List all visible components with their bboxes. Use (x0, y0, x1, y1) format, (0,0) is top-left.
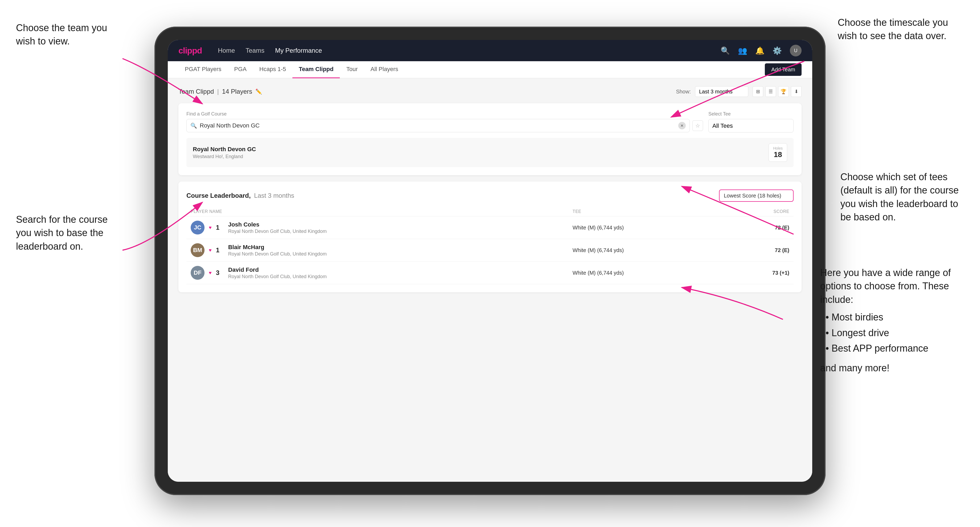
annotation-top-left: Choose the team you wish to view. (16, 21, 107, 48)
logo: clippd (178, 46, 202, 56)
annotation-middle-right: Choose which set of tees (default is all… (840, 170, 959, 224)
course-result-name: Royal North Devon GC (193, 146, 256, 153)
trophy-button[interactable]: 🏆 (778, 86, 789, 97)
edit-icon[interactable]: ✏️ (255, 88, 262, 95)
tee-josh: White (M) (6,744 yds) (568, 216, 726, 239)
search-input-icon: 🔍 (190, 122, 197, 129)
table-row: BM ♥ 1 Blair McHarg Royal North Devon Go… (186, 239, 794, 262)
player-info-david: David Ford Royal North Devon Golf Club, … (228, 267, 327, 279)
nav-link-home[interactable]: Home (218, 47, 235, 54)
select-tee-section: Select Tee All Tees White Yellow Red (708, 111, 794, 133)
subnav-hcaps[interactable]: Hcaps 1-5 (253, 61, 293, 78)
tee-david: White (M) (6,744 yds) (568, 262, 726, 284)
team-title: Team Clippd | 14 Players ✏️ (178, 88, 262, 95)
select-tee-label: Select Tee (708, 111, 794, 117)
subnav-tour[interactable]: Tour (340, 61, 364, 78)
nav-link-teams[interactable]: Teams (245, 47, 264, 54)
leaderboard-table: PLAYER NAME TEE SCORE JC ♥ 1 (186, 207, 794, 284)
favorite-button[interactable]: ☆ (692, 120, 703, 131)
grid-view-button[interactable]: ⊞ (752, 86, 763, 97)
team-header: Team Clippd | 14 Players ✏️ Show: Last m… (178, 86, 802, 97)
player-info-josh: Josh Coles Royal North Devon Golf Club, … (228, 221, 327, 234)
navbar: clippd Home Teams My Performance 🔍 👥 🔔 ⚙… (168, 40, 812, 61)
table-row: DF ♥ 3 David Ford Royal North Devon Golf… (186, 262, 794, 284)
subnav-pgat[interactable]: PGAT Players (178, 61, 228, 78)
annotation-bottom-left: Search for the course you wish to base t… (16, 213, 108, 253)
team-name: Team Clippd (178, 88, 214, 95)
course-search-wrap: 🔍 ✕ (186, 119, 690, 132)
course-result: Royal North Devon GC Westward Ho!, Engla… (186, 138, 794, 167)
avatar-df: DF (191, 266, 205, 280)
col-player: PLAYER NAME (186, 207, 568, 216)
leaderboard-header: Course Leaderboard, Last 3 months Lowest… (186, 189, 794, 202)
avatar[interactable]: U (790, 45, 802, 56)
rank-1b: 1 (216, 246, 224, 254)
clear-search-button[interactable]: ✕ (678, 122, 686, 129)
course-result-location: Westward Ho!, England (193, 154, 256, 159)
holes-label: Holes (773, 146, 783, 151)
avatar-bm: BM (191, 243, 205, 257)
nav-links: Home Teams My Performance (218, 47, 721, 54)
course-finder-card: Find a Golf Course 🔍 ✕ ☆ Select Tee (178, 103, 802, 175)
col-score: SCORE (726, 207, 794, 216)
leaderboard-title-wrap: Course Leaderboard, Last 3 months (186, 192, 294, 199)
score-josh: 72 (E) (726, 216, 794, 239)
view-icons: ⊞ ☰ 🏆 ⬇ (752, 86, 802, 97)
tee-select[interactable]: All Tees White Yellow Red (708, 119, 794, 133)
subnav-teamclippd[interactable]: Team Clippd (293, 61, 340, 78)
col-tee: TEE (568, 207, 726, 216)
nav-link-myperformance[interactable]: My Performance (275, 47, 322, 54)
settings-icon[interactable]: ⚙️ (773, 46, 782, 55)
tablet-frame: clippd Home Teams My Performance 🔍 👥 🔔 ⚙… (154, 27, 826, 495)
main-content: Team Clippd | 14 Players ✏️ Show: Last m… (168, 78, 812, 482)
score-type-select[interactable]: Lowest Score (18 holes) Most Birdies Lon… (719, 189, 794, 202)
find-course-label: Find a Golf Course (186, 111, 703, 117)
search-icon[interactable]: 🔍 (721, 46, 730, 55)
find-course-section: Find a Golf Course 🔍 ✕ ☆ (186, 111, 703, 133)
add-team-button[interactable]: Add Team (765, 63, 802, 76)
download-button[interactable]: ⬇ (791, 86, 802, 97)
course-result-info: Royal North Devon GC Westward Ho!, Engla… (193, 146, 256, 159)
score-david: 73 (+1) (726, 262, 794, 284)
rank-1a: 1 (216, 224, 224, 231)
tee-blair: White (M) (6,744 yds) (568, 239, 726, 262)
annotation-top-right: Choose the timescale you wish to see the… (838, 16, 948, 43)
nav-icons: 🔍 👥 🔔 ⚙️ U (721, 45, 802, 56)
course-search-input[interactable] (200, 122, 676, 129)
rank-3: 3 (216, 269, 224, 276)
player-info-blair: Blair McHarg Royal North Devon Golf Club… (228, 244, 327, 257)
score-blair: 72 (E) (726, 239, 794, 262)
team-controls: Show: Last month Last 3 months Last 6 mo… (676, 86, 802, 97)
heart-icon[interactable]: ♥ (209, 225, 212, 230)
subnav-pga[interactable]: PGA (228, 61, 253, 78)
subnav-allplayers[interactable]: All Players (364, 61, 404, 78)
bell-icon[interactable]: 🔔 (755, 46, 765, 55)
holes-number: 18 (774, 151, 782, 159)
subnav: PGAT Players PGA Hcaps 1-5 Team Clippd T… (168, 61, 812, 78)
holes-badge: Holes 18 (768, 143, 787, 162)
annotation-bottom-right: Here you have a wide range of options to… (820, 266, 959, 375)
tablet-screen: clippd Home Teams My Performance 🔍 👥 🔔 ⚙… (168, 40, 812, 482)
leaderboard-title: Course Leaderboard, Last 3 months (186, 192, 294, 199)
leaderboard-card: Course Leaderboard, Last 3 months Lowest… (178, 181, 802, 292)
show-label: Show: (676, 89, 691, 95)
avatar-jc: JC (191, 221, 205, 235)
player-count: 14 Players (222, 88, 252, 95)
course-finder-row: Find a Golf Course 🔍 ✕ ☆ Select Tee (186, 111, 794, 133)
table-row: JC ♥ 1 Josh Coles Royal North Devon Golf… (186, 216, 794, 239)
heart-icon-df[interactable]: ♥ (209, 270, 212, 276)
heart-icon-bm[interactable]: ♥ (209, 248, 212, 253)
list-view-button[interactable]: ☰ (765, 86, 776, 97)
show-period-select[interactable]: Last month Last 3 months Last 6 months L… (695, 86, 748, 97)
people-icon[interactable]: 👥 (738, 46, 747, 55)
